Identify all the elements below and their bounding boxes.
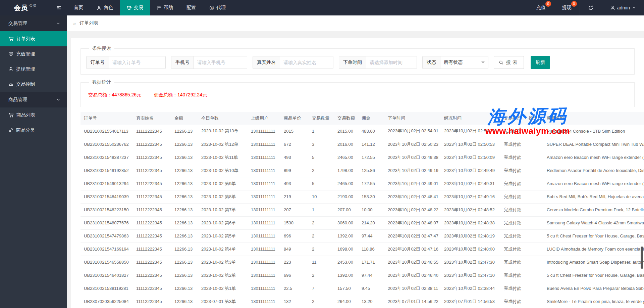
cell-10-2: 12266.13: [171, 256, 198, 269]
table-row-5: UB23100215484190391111222234512266.13202…: [80, 190, 644, 203]
table-row-1: UB23100215502367621111222234512266.13202…: [80, 138, 644, 151]
cell-2-7: 2465.00: [334, 151, 358, 164]
topbar-action-0[interactable]: 充值0: [528, 0, 554, 15]
cell-1-2: 12266.13: [171, 138, 198, 151]
cell-7-0: UB2310021548077676: [80, 216, 133, 229]
sidebar-item-1-0[interactable]: 商品列表: [0, 107, 67, 123]
topbar-action-1[interactable]: 提现0: [554, 0, 580, 15]
cell-1-0: UB2310021550236762: [80, 138, 133, 151]
cell-2-1: 11112222345: [133, 151, 171, 164]
cell-3-7: 1798.00: [334, 164, 358, 177]
search-field-0: 订单号: [86, 56, 166, 69]
search-form: 订单号手机号真实姓名下单时间状态所有状态搜索刷新: [86, 56, 629, 69]
cell-7-7: 3060.00: [334, 216, 358, 229]
cell-8-6: 2: [309, 229, 334, 243]
cell-10-10: 2023年10月02日 02:47:30: [441, 256, 500, 269]
vertical-scrollbar-thumb[interactable]: [641, 247, 643, 269]
column-header-10: 解冻时间: [441, 112, 500, 125]
cell-5-2: 12266.13: [171, 190, 198, 203]
search-input-2[interactable]: [280, 56, 333, 69]
cell-11-7: 1392.00: [334, 269, 358, 282]
cell-13-1: 11112222345: [133, 295, 171, 308]
cell-2-8: 172.55: [358, 151, 384, 164]
cell-7-10: 2023年10月02日 02:48:38: [441, 216, 500, 229]
nav-item-3[interactable]: 帮助: [150, 0, 180, 15]
cell-3-6: 2: [309, 164, 334, 177]
cell-2-9: 2023年10月02日 02:49:38: [384, 151, 441, 164]
cell-9-8: 118.86: [358, 243, 384, 256]
search-field-1: 手机号: [171, 56, 247, 69]
sidebar-item-0-3[interactable]: 交易控制: [0, 77, 67, 92]
refresh-list-button[interactable]: 刷新: [531, 56, 550, 69]
stats-panel: 数据统计 交易总额：4478865.26元佣金总额：1407292.24元: [80, 79, 635, 107]
column-header-2: 余额: [171, 112, 198, 125]
cell-6-9: 2023年10月02日 02:48:22: [384, 203, 441, 216]
cell-10-13: Introducing Amazon Smart Soap Dispenser,…: [543, 256, 644, 269]
cell-1-11: 完成付款: [500, 138, 525, 151]
cell-0-2: 12266.13: [171, 125, 198, 138]
cell-2-5: 493: [280, 151, 309, 164]
search-input-3[interactable]: [366, 56, 417, 69]
nav-item-4[interactable]: 配置: [180, 0, 203, 15]
search-field-label: 状态: [423, 56, 440, 69]
cell-9-12: [525, 243, 543, 256]
cell-10-4: 13011111111: [248, 256, 280, 269]
cell-6-1: 11112222345: [133, 203, 171, 216]
refresh-button[interactable]: [580, 0, 602, 15]
cell-6-10: 2023年10月02日 02:48:52: [441, 203, 500, 216]
page-title: 订单列表: [79, 20, 98, 26]
status-select[interactable]: 所有状态: [440, 56, 488, 69]
sidebar-item-0-0[interactable]: 订单列表: [0, 31, 67, 46]
cell-11-10: 2023年10月02日 02:47:10: [441, 269, 500, 282]
sidebar-item-0-2[interactable]: 提现管理: [0, 61, 67, 77]
cell-2-11: 完成付款: [500, 151, 525, 164]
sidebar-group-0[interactable]: 交易管理: [0, 15, 67, 31]
search-input-0[interactable]: [109, 56, 165, 69]
cell-6-6: 1: [309, 203, 334, 216]
nav-item-label: 配置: [186, 5, 196, 11]
nav-item-0[interactable]: 首页: [67, 0, 90, 15]
table-row-12: UB23100215381192811111222234512266.13202…: [80, 282, 644, 295]
panel-icon: [8, 51, 13, 56]
cell-9-9: 2023年10月02日 02:47:16: [384, 243, 441, 256]
content-card: 条件搜索 订单号手机号真实姓名下单时间状态所有状态搜索刷新 数据统计 交易总额：…: [71, 38, 644, 308]
cell-12-1: 11112222345: [133, 282, 171, 295]
cell-10-11: 完成付款: [500, 256, 525, 269]
nav-item-2[interactable]: 交易: [120, 0, 150, 15]
cell-5-6: 10: [309, 190, 334, 203]
breadcrumb-chevrons-icon: »: [73, 20, 77, 26]
cell-5-1: 11112222345: [133, 190, 171, 203]
cell-0-7: 2015.00: [334, 125, 358, 138]
cell-0-10: 2023年10月02日 02:54:39: [441, 125, 500, 138]
cart-icon: [8, 36, 14, 42]
cell-5-8: 153.30: [358, 190, 384, 203]
cell-2-13: Amazon eero Beacon mesh WiFi range exten…: [543, 151, 644, 164]
search-input-1[interactable]: [194, 56, 247, 69]
sidebar-item-1-1[interactable]: 商品分类: [0, 123, 67, 138]
search-panel: 条件搜索 订单号手机号真实姓名下单时间状态所有状态搜索刷新: [80, 45, 635, 75]
cell-11-9: 2023年10月02日 02:46:40: [384, 269, 441, 282]
cell-13-10: 2023年07月01日 14:56:53: [441, 295, 500, 308]
nav-item-1[interactable]: 角色: [90, 0, 120, 15]
sidebar-toggle-button[interactable]: [50, 0, 67, 15]
cell-1-6: 3: [309, 138, 334, 151]
sidebar-item-0-1[interactable]: 充值管理: [0, 46, 67, 61]
cell-4-12: [525, 177, 543, 190]
cell-7-2: 12266.13: [171, 216, 198, 229]
breadcrumb: » 订单列表: [67, 15, 644, 31]
table-row-13: UB23070203562250841111222234512266.13202…: [80, 295, 644, 308]
gavel-icon: [8, 67, 13, 72]
sidebar-group-1[interactable]: 商品管理: [0, 92, 67, 107]
dollar-circle-icon: $: [209, 5, 214, 10]
sidebar-item-label: 充值管理: [16, 51, 35, 57]
nav-item-5[interactable]: $代理: [203, 0, 232, 15]
search-panel-legend: 条件搜索: [89, 45, 114, 51]
cell-12-8: 9.45: [358, 282, 384, 295]
sidebar-group-label: 交易管理: [8, 20, 27, 27]
cell-7-5: 1530: [280, 216, 309, 229]
search-button[interactable]: 搜索: [494, 56, 524, 69]
cell-4-8: 172.55: [358, 177, 384, 190]
cell-6-8: 10.00: [358, 203, 384, 216]
topbar-action-3[interactable]: admin: [602, 0, 644, 15]
cell-7-6: 2: [309, 216, 334, 229]
